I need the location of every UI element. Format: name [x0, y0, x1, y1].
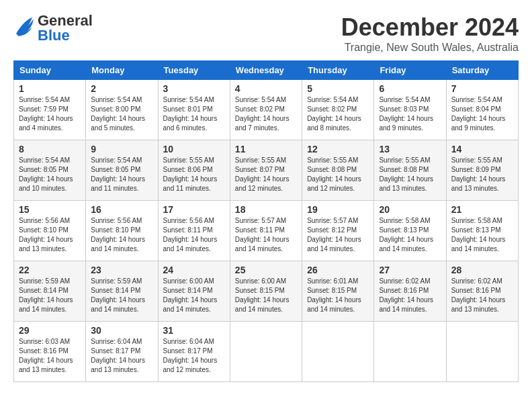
day-info: Sunrise: 5:54 AMSunset: 8:02 PMDaylight:… — [235, 96, 290, 132]
logo-general: General — [38, 13, 93, 28]
calendar-cell: 3 Sunrise: 5:54 AMSunset: 8:01 PMDayligh… — [158, 80, 230, 140]
title-section: December 2024 Trangie, New South Wales, … — [341, 13, 519, 54]
day-number: 9 — [91, 144, 152, 154]
day-info: Sunrise: 5:57 AMSunset: 8:12 PMDaylight:… — [307, 217, 361, 253]
calendar-week-row: 1 Sunrise: 5:54 AMSunset: 7:59 PMDayligh… — [14, 80, 519, 140]
day-info: Sunrise: 5:54 AMSunset: 8:05 PMDaylight:… — [19, 156, 73, 192]
calendar-cell: 14 Sunrise: 5:55 AMSunset: 8:09 PMDaylig… — [446, 140, 518, 201]
day-info: Sunrise: 5:54 AMSunset: 8:03 PMDaylight:… — [379, 96, 433, 132]
day-info: Sunrise: 6:02 AMSunset: 8:16 PMDaylight:… — [451, 277, 506, 313]
day-info: Sunrise: 5:55 AMSunset: 8:07 PMDaylight:… — [235, 156, 290, 192]
day-number: 21 — [451, 204, 513, 215]
logo-icon — [13, 15, 35, 42]
calendar-cell: 27 Sunrise: 6:02 AMSunset: 8:16 PMDaylig… — [374, 261, 446, 322]
calendar-cell: 8 Sunrise: 5:54 AMSunset: 8:05 PMDayligh… — [14, 140, 86, 201]
day-number: 13 — [379, 144, 441, 154]
day-info: Sunrise: 6:00 AMSunset: 8:15 PMDaylight:… — [235, 277, 290, 313]
calendar-cell: 25 Sunrise: 6:00 AMSunset: 8:15 PMDaylig… — [230, 261, 302, 322]
day-info: Sunrise: 5:54 AMSunset: 8:05 PMDaylight:… — [91, 156, 145, 192]
weekday-header-friday: Friday — [374, 61, 446, 80]
day-info: Sunrise: 5:55 AMSunset: 8:06 PMDaylight:… — [163, 156, 218, 192]
weekday-header-monday: Monday — [86, 61, 158, 80]
calendar-cell: 31 Sunrise: 6:04 AMSunset: 8:17 PMDaylig… — [158, 322, 230, 382]
day-number: 19 — [307, 204, 369, 215]
logo-blue: Blue — [38, 28, 93, 43]
day-number: 7 — [451, 83, 513, 94]
weekday-header-row: SundayMondayTuesdayWednesdayThursdayFrid… — [14, 61, 519, 80]
day-info: Sunrise: 6:00 AMSunset: 8:14 PMDaylight:… — [163, 277, 218, 313]
day-info: Sunrise: 5:54 AMSunset: 7:59 PMDaylight:… — [19, 96, 73, 132]
calendar-cell: 7 Sunrise: 5:54 AMSunset: 8:04 PMDayligh… — [446, 80, 518, 140]
calendar-week-row: 8 Sunrise: 5:54 AMSunset: 8:05 PMDayligh… — [14, 140, 519, 201]
calendar-table: SundayMondayTuesdayWednesdayThursdayFrid… — [13, 60, 519, 382]
calendar-cell: 30 Sunrise: 6:04 AMSunset: 8:17 PMDaylig… — [86, 322, 158, 382]
page-header: General Blue December 2024 Trangie, New … — [13, 13, 519, 54]
day-info: Sunrise: 5:58 AMSunset: 8:13 PMDaylight:… — [451, 217, 506, 253]
day-info: Sunrise: 5:55 AMSunset: 8:08 PMDaylight:… — [379, 156, 433, 192]
day-number: 4 — [235, 83, 297, 94]
calendar-cell: 15 Sunrise: 5:56 AMSunset: 8:10 PMDaylig… — [14, 201, 86, 261]
calendar-cell: 5 Sunrise: 5:54 AMSunset: 8:02 PMDayligh… — [302, 80, 374, 140]
day-number: 2 — [91, 83, 152, 94]
calendar-cell: 4 Sunrise: 5:54 AMSunset: 8:02 PMDayligh… — [230, 80, 302, 140]
day-info: Sunrise: 6:04 AMSunset: 8:17 PMDaylight:… — [163, 338, 218, 373]
day-info: Sunrise: 6:02 AMSunset: 8:16 PMDaylight:… — [379, 277, 433, 313]
day-number: 23 — [91, 265, 152, 275]
calendar-week-row: 22 Sunrise: 5:59 AMSunset: 8:14 PMDaylig… — [14, 261, 519, 322]
weekday-header-tuesday: Tuesday — [158, 61, 230, 80]
weekday-header-saturday: Saturday — [446, 61, 518, 80]
location-subtitle: Trangie, New South Wales, Australia — [341, 42, 519, 54]
day-info: Sunrise: 6:01 AMSunset: 8:15 PMDaylight:… — [307, 277, 361, 313]
day-info: Sunrise: 5:54 AMSunset: 8:02 PMDaylight:… — [307, 96, 361, 132]
calendar-cell — [302, 322, 374, 382]
day-number: 22 — [19, 265, 81, 275]
day-number: 30 — [91, 325, 152, 336]
day-info: Sunrise: 5:55 AMSunset: 8:09 PMDaylight:… — [451, 156, 506, 192]
day-number: 15 — [19, 204, 81, 215]
calendar-cell: 24 Sunrise: 6:00 AMSunset: 8:14 PMDaylig… — [158, 261, 230, 322]
day-number: 12 — [307, 144, 369, 154]
day-number: 20 — [379, 204, 441, 215]
calendar-cell: 10 Sunrise: 5:55 AMSunset: 8:06 PMDaylig… — [158, 140, 230, 201]
day-number: 14 — [451, 144, 513, 154]
day-info: Sunrise: 5:59 AMSunset: 8:14 PMDaylight:… — [19, 277, 73, 313]
calendar-cell: 13 Sunrise: 5:55 AMSunset: 8:08 PMDaylig… — [374, 140, 446, 201]
day-info: Sunrise: 5:56 AMSunset: 8:10 PMDaylight:… — [19, 217, 73, 253]
day-info: Sunrise: 5:59 AMSunset: 8:14 PMDaylight:… — [91, 277, 145, 313]
day-info: Sunrise: 5:55 AMSunset: 8:08 PMDaylight:… — [307, 156, 361, 192]
calendar-cell: 28 Sunrise: 6:02 AMSunset: 8:16 PMDaylig… — [446, 261, 518, 322]
calendar-cell: 9 Sunrise: 5:54 AMSunset: 8:05 PMDayligh… — [86, 140, 158, 201]
day-number: 24 — [163, 265, 225, 275]
logo: General Blue — [13, 13, 93, 43]
day-info: Sunrise: 5:56 AMSunset: 8:11 PMDaylight:… — [163, 217, 218, 253]
day-number: 18 — [235, 204, 297, 215]
day-number: 29 — [19, 325, 81, 336]
day-info: Sunrise: 6:03 AMSunset: 8:16 PMDaylight:… — [19, 338, 73, 373]
calendar-cell — [374, 322, 446, 382]
calendar-cell: 18 Sunrise: 5:57 AMSunset: 8:11 PMDaylig… — [230, 201, 302, 261]
calendar-cell: 19 Sunrise: 5:57 AMSunset: 8:12 PMDaylig… — [302, 201, 374, 261]
calendar-cell: 12 Sunrise: 5:55 AMSunset: 8:08 PMDaylig… — [302, 140, 374, 201]
calendar-cell: 16 Sunrise: 5:56 AMSunset: 8:10 PMDaylig… — [86, 201, 158, 261]
day-number: 25 — [235, 265, 297, 275]
day-number: 11 — [235, 144, 297, 154]
day-number: 27 — [379, 265, 441, 275]
day-info: Sunrise: 5:58 AMSunset: 8:13 PMDaylight:… — [379, 217, 433, 253]
day-number: 6 — [379, 83, 441, 94]
weekday-header-wednesday: Wednesday — [230, 61, 302, 80]
calendar-week-row: 15 Sunrise: 5:56 AMSunset: 8:10 PMDaylig… — [14, 201, 519, 261]
calendar-week-row: 29 Sunrise: 6:03 AMSunset: 8:16 PMDaylig… — [14, 322, 519, 382]
calendar-cell: 1 Sunrise: 5:54 AMSunset: 7:59 PMDayligh… — [14, 80, 86, 140]
day-number: 16 — [91, 204, 152, 215]
month-title: December 2024 — [341, 13, 519, 42]
calendar-cell: 23 Sunrise: 5:59 AMSunset: 8:14 PMDaylig… — [86, 261, 158, 322]
calendar-cell: 29 Sunrise: 6:03 AMSunset: 8:16 PMDaylig… — [14, 322, 86, 382]
logo-text: General Blue — [38, 13, 93, 43]
calendar-cell: 26 Sunrise: 6:01 AMSunset: 8:15 PMDaylig… — [302, 261, 374, 322]
calendar-cell: 6 Sunrise: 5:54 AMSunset: 8:03 PMDayligh… — [374, 80, 446, 140]
weekday-header-sunday: Sunday — [14, 61, 86, 80]
day-number: 10 — [163, 144, 225, 154]
day-info: Sunrise: 5:54 AMSunset: 8:01 PMDaylight:… — [163, 96, 218, 132]
calendar-cell: 20 Sunrise: 5:58 AMSunset: 8:13 PMDaylig… — [374, 201, 446, 261]
day-info: Sunrise: 5:57 AMSunset: 8:11 PMDaylight:… — [235, 217, 290, 253]
